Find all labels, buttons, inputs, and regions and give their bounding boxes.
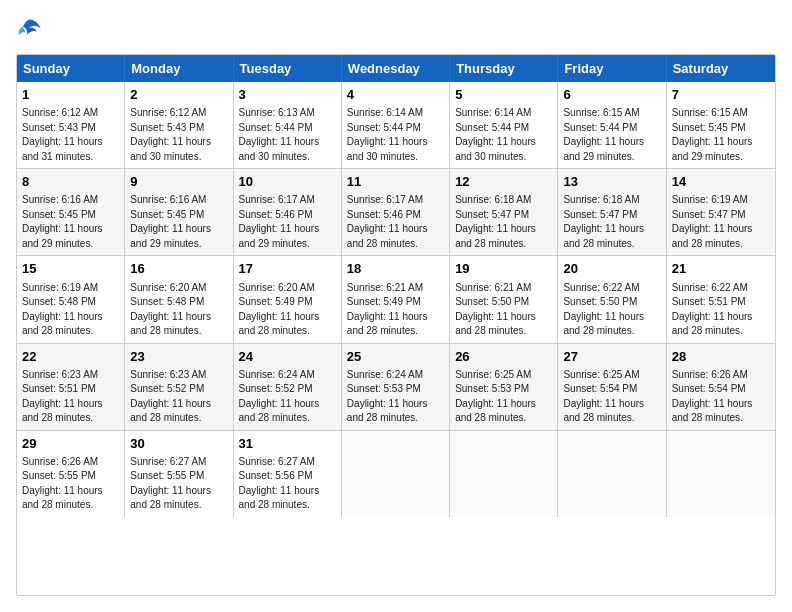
- day-info: Sunrise: 6:15 AM Sunset: 5:45 PM Dayligh…: [672, 106, 770, 164]
- calendar-cell: 13Sunrise: 6:18 AM Sunset: 5:47 PM Dayli…: [558, 169, 666, 255]
- day-number: 14: [672, 173, 770, 191]
- calendar-cell: 25Sunrise: 6:24 AM Sunset: 5:53 PM Dayli…: [342, 344, 450, 430]
- day-info: Sunrise: 6:16 AM Sunset: 5:45 PM Dayligh…: [130, 193, 227, 251]
- calendar-cell: 24Sunrise: 6:24 AM Sunset: 5:52 PM Dayli…: [234, 344, 342, 430]
- day-number: 7: [672, 86, 770, 104]
- calendar-header-cell: Monday: [125, 55, 233, 82]
- calendar-cell: 7Sunrise: 6:15 AM Sunset: 5:45 PM Daylig…: [667, 82, 775, 168]
- calendar-cell: 17Sunrise: 6:20 AM Sunset: 5:49 PM Dayli…: [234, 256, 342, 342]
- calendar-cell: 19Sunrise: 6:21 AM Sunset: 5:50 PM Dayli…: [450, 256, 558, 342]
- calendar-cell: 11Sunrise: 6:17 AM Sunset: 5:46 PM Dayli…: [342, 169, 450, 255]
- calendar-cell: 6Sunrise: 6:15 AM Sunset: 5:44 PM Daylig…: [558, 82, 666, 168]
- calendar-cell: 31Sunrise: 6:27 AM Sunset: 5:56 PM Dayli…: [234, 431, 342, 517]
- day-info: Sunrise: 6:21 AM Sunset: 5:49 PM Dayligh…: [347, 281, 444, 339]
- day-number: 20: [563, 260, 660, 278]
- day-info: Sunrise: 6:16 AM Sunset: 5:45 PM Dayligh…: [22, 193, 119, 251]
- day-number: 12: [455, 173, 552, 191]
- day-number: 24: [239, 348, 336, 366]
- calendar-cell: 26Sunrise: 6:25 AM Sunset: 5:53 PM Dayli…: [450, 344, 558, 430]
- day-number: 1: [22, 86, 119, 104]
- calendar-cell: 29Sunrise: 6:26 AM Sunset: 5:55 PM Dayli…: [17, 431, 125, 517]
- day-number: 15: [22, 260, 119, 278]
- calendar-cell: [558, 431, 666, 517]
- calendar-cell: [342, 431, 450, 517]
- calendar-cell: 4Sunrise: 6:14 AM Sunset: 5:44 PM Daylig…: [342, 82, 450, 168]
- calendar: SundayMondayTuesdayWednesdayThursdayFrid…: [16, 54, 776, 596]
- calendar-cell: 15Sunrise: 6:19 AM Sunset: 5:48 PM Dayli…: [17, 256, 125, 342]
- calendar-cell: 2Sunrise: 6:12 AM Sunset: 5:43 PM Daylig…: [125, 82, 233, 168]
- calendar-cell: 12Sunrise: 6:18 AM Sunset: 5:47 PM Dayli…: [450, 169, 558, 255]
- day-info: Sunrise: 6:26 AM Sunset: 5:54 PM Dayligh…: [672, 368, 770, 426]
- day-info: Sunrise: 6:17 AM Sunset: 5:46 PM Dayligh…: [347, 193, 444, 251]
- day-info: Sunrise: 6:23 AM Sunset: 5:52 PM Dayligh…: [130, 368, 227, 426]
- calendar-row: 8Sunrise: 6:16 AM Sunset: 5:45 PM Daylig…: [17, 169, 775, 256]
- calendar-header: SundayMondayTuesdayWednesdayThursdayFrid…: [17, 55, 775, 82]
- calendar-row: 22Sunrise: 6:23 AM Sunset: 5:51 PM Dayli…: [17, 344, 775, 431]
- day-number: 17: [239, 260, 336, 278]
- calendar-header-cell: Wednesday: [342, 55, 450, 82]
- day-info: Sunrise: 6:17 AM Sunset: 5:46 PM Dayligh…: [239, 193, 336, 251]
- calendar-header-cell: Sunday: [17, 55, 125, 82]
- calendar-cell: 22Sunrise: 6:23 AM Sunset: 5:51 PM Dayli…: [17, 344, 125, 430]
- day-info: Sunrise: 6:20 AM Sunset: 5:49 PM Dayligh…: [239, 281, 336, 339]
- calendar-cell: 16Sunrise: 6:20 AM Sunset: 5:48 PM Dayli…: [125, 256, 233, 342]
- day-info: Sunrise: 6:12 AM Sunset: 5:43 PM Dayligh…: [22, 106, 119, 164]
- calendar-cell: 14Sunrise: 6:19 AM Sunset: 5:47 PM Dayli…: [667, 169, 775, 255]
- day-info: Sunrise: 6:18 AM Sunset: 5:47 PM Dayligh…: [563, 193, 660, 251]
- calendar-cell: 9Sunrise: 6:16 AM Sunset: 5:45 PM Daylig…: [125, 169, 233, 255]
- day-number: 13: [563, 173, 660, 191]
- calendar-cell: 18Sunrise: 6:21 AM Sunset: 5:49 PM Dayli…: [342, 256, 450, 342]
- day-info: Sunrise: 6:24 AM Sunset: 5:52 PM Dayligh…: [239, 368, 336, 426]
- day-info: Sunrise: 6:13 AM Sunset: 5:44 PM Dayligh…: [239, 106, 336, 164]
- calendar-body: 1Sunrise: 6:12 AM Sunset: 5:43 PM Daylig…: [17, 82, 775, 517]
- calendar-cell: 3Sunrise: 6:13 AM Sunset: 5:44 PM Daylig…: [234, 82, 342, 168]
- day-number: 27: [563, 348, 660, 366]
- day-info: Sunrise: 6:22 AM Sunset: 5:50 PM Dayligh…: [563, 281, 660, 339]
- day-number: 31: [239, 435, 336, 453]
- day-number: 25: [347, 348, 444, 366]
- calendar-cell: 27Sunrise: 6:25 AM Sunset: 5:54 PM Dayli…: [558, 344, 666, 430]
- day-info: Sunrise: 6:19 AM Sunset: 5:48 PM Dayligh…: [22, 281, 119, 339]
- day-number: 19: [455, 260, 552, 278]
- day-number: 5: [455, 86, 552, 104]
- day-info: Sunrise: 6:14 AM Sunset: 5:44 PM Dayligh…: [347, 106, 444, 164]
- calendar-cell: 5Sunrise: 6:14 AM Sunset: 5:44 PM Daylig…: [450, 82, 558, 168]
- day-number: 23: [130, 348, 227, 366]
- day-number: 18: [347, 260, 444, 278]
- day-info: Sunrise: 6:14 AM Sunset: 5:44 PM Dayligh…: [455, 106, 552, 164]
- day-info: Sunrise: 6:18 AM Sunset: 5:47 PM Dayligh…: [455, 193, 552, 251]
- day-number: 10: [239, 173, 336, 191]
- day-info: Sunrise: 6:19 AM Sunset: 5:47 PM Dayligh…: [672, 193, 770, 251]
- calendar-cell: 21Sunrise: 6:22 AM Sunset: 5:51 PM Dayli…: [667, 256, 775, 342]
- day-number: 6: [563, 86, 660, 104]
- day-info: Sunrise: 6:25 AM Sunset: 5:54 PM Dayligh…: [563, 368, 660, 426]
- calendar-row: 1Sunrise: 6:12 AM Sunset: 5:43 PM Daylig…: [17, 82, 775, 169]
- day-number: 22: [22, 348, 119, 366]
- calendar-header-cell: Saturday: [667, 55, 775, 82]
- day-info: Sunrise: 6:25 AM Sunset: 5:53 PM Dayligh…: [455, 368, 552, 426]
- day-number: 30: [130, 435, 227, 453]
- calendar-cell: [667, 431, 775, 517]
- day-number: 26: [455, 348, 552, 366]
- day-info: Sunrise: 6:27 AM Sunset: 5:55 PM Dayligh…: [130, 455, 227, 513]
- day-number: 4: [347, 86, 444, 104]
- calendar-cell: 23Sunrise: 6:23 AM Sunset: 5:52 PM Dayli…: [125, 344, 233, 430]
- day-number: 28: [672, 348, 770, 366]
- header: [16, 16, 776, 44]
- calendar-cell: 10Sunrise: 6:17 AM Sunset: 5:46 PM Dayli…: [234, 169, 342, 255]
- day-info: Sunrise: 6:20 AM Sunset: 5:48 PM Dayligh…: [130, 281, 227, 339]
- day-info: Sunrise: 6:26 AM Sunset: 5:55 PM Dayligh…: [22, 455, 119, 513]
- day-info: Sunrise: 6:22 AM Sunset: 5:51 PM Dayligh…: [672, 281, 770, 339]
- day-info: Sunrise: 6:23 AM Sunset: 5:51 PM Dayligh…: [22, 368, 119, 426]
- day-number: 3: [239, 86, 336, 104]
- day-number: 21: [672, 260, 770, 278]
- logo: [16, 16, 48, 44]
- calendar-cell: 20Sunrise: 6:22 AM Sunset: 5:50 PM Dayli…: [558, 256, 666, 342]
- day-number: 16: [130, 260, 227, 278]
- calendar-row: 29Sunrise: 6:26 AM Sunset: 5:55 PM Dayli…: [17, 431, 775, 517]
- logo-icon: [16, 16, 44, 44]
- calendar-header-cell: Thursday: [450, 55, 558, 82]
- day-info: Sunrise: 6:12 AM Sunset: 5:43 PM Dayligh…: [130, 106, 227, 164]
- day-number: 29: [22, 435, 119, 453]
- day-info: Sunrise: 6:21 AM Sunset: 5:50 PM Dayligh…: [455, 281, 552, 339]
